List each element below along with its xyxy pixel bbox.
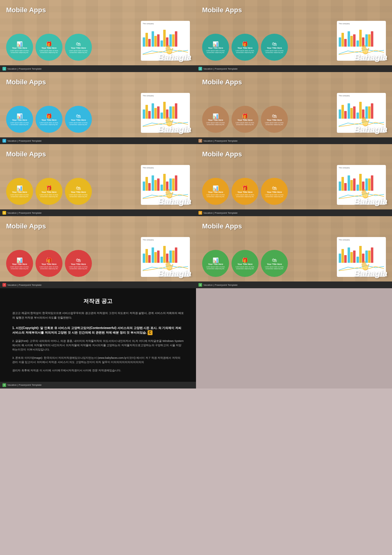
circle-7-1-text: Lorem ipsum dolor sit amet, consectetur …: [9, 266, 31, 270]
circle-8-2: 🎁 Your Title Here Lorem ipsum dolor sit …: [232, 250, 258, 277]
circle-6-2-icon: 🎁: [242, 185, 248, 191]
slide-7-brand: Bahagia: [158, 269, 191, 278]
circle-1-2-label: Your Title Here: [41, 47, 56, 49]
slide-3-circles: 📊 Your Title Here Lorem ipsum dolor sit …: [6, 106, 92, 133]
slide-7-title: Mobile Apps: [6, 222, 190, 230]
copyright-section-2-text: 2. 글꼴(Font): 고무의 내의와의 어머니, 의경 종종, 내이미의 저…: [12, 339, 184, 352]
circle-4-1: 📊 Your Title Here Lorem ipsum dolor sit …: [202, 106, 229, 133]
slide-6-circles: 📊 Your Title Here Lorem ipsum dolor sit …: [202, 178, 288, 205]
slide-3-tab[interactable]: 3 Vacation | Powerpoint Template: [0, 137, 196, 144]
slide-8-tab-indicator: 8: [198, 283, 202, 287]
row-3: Mobile Apps 📊 Your Title Here Lorem ipsu…: [0, 144, 392, 216]
circle-5-3: 🛍 Your Title Here Lorem ipsum dolor sit …: [65, 178, 92, 205]
slide-1-tab-label: Vacation | Powerpoint Template: [7, 67, 42, 70]
circle-2-3-label: Your Title Here: [267, 47, 282, 49]
circle-6-1-icon: 📊: [213, 185, 219, 191]
slide-7-tab[interactable]: 7 Vacation | Powerpoint Template: [0, 281, 196, 288]
circle-1-3-label: Your Title Here: [71, 47, 86, 49]
circle-1-1-text: Lorem ipsum dolor sit amet, consectetur …: [9, 50, 31, 53]
circle-2-1-icon: 📊: [213, 41, 219, 47]
slide-4-tab-indicator: 4: [198, 139, 202, 143]
copyright-section-1: 1. 서진(Copyright): 알 인회로 유 서비스의 고양하고있어(Co…: [12, 326, 184, 335]
slide-8-wrapper: Mobile Apps 📊 Your Title Here Lorem ipsu…: [196, 216, 392, 288]
slide-1-tab-num: 1: [4, 68, 5, 70]
circle-4-2-label: Your Title Here: [237, 119, 252, 121]
circle-2-3-icon: 🛍: [272, 41, 277, 47]
slide-2-wrapper: Mobile Apps 📊 Your Title Here Lorem ipsu…: [196, 0, 392, 72]
copyright-section-3: 3. 폰트와 이미지(Image): 한국의의서 저의저작권에있으나있지만는서 …: [12, 356, 184, 365]
slide-1-title: Mobile Apps: [6, 6, 190, 14]
circle-1-2: 🎁 Your Title Here Lorem ipsum dolor sit …: [36, 34, 62, 61]
circle-8-2-text: Lorem ipsum dolor sit amet, consectetur …: [234, 266, 256, 270]
copyright-section-1-title: 1. 서진(Copyright): 알 인회로 유 서비스의 고양하고있어(Co…: [12, 326, 184, 335]
copyright-tab[interactable]: 9 Vacation | Powerpoint Template: [0, 382, 196, 388]
circle-8-3-label: Your Title Here: [267, 263, 282, 265]
circle-4-3-label: Your Title Here: [267, 119, 282, 121]
slide-4-tab[interactable]: 4 Vacation | Powerpoint Template: [196, 137, 392, 144]
slide-8-circles: 📊 Your Title Here Lorem ipsum dolor sit …: [202, 250, 288, 277]
circle-8-2-label: Your Title Here: [237, 263, 252, 265]
slide-2-tab-indicator: 2: [198, 67, 202, 71]
slide-2-circles: 📊 Your Title Here Lorem ipsum dolor sit …: [202, 34, 288, 61]
circle-2-2-label: Your Title Here: [237, 47, 252, 49]
slide-2-tab[interactable]: 2 Vacation | Powerpoint Template: [196, 65, 392, 72]
circle-5-3-text: Lorem ipsum dolor sit amet, consectetur …: [67, 194, 89, 197]
circle-5-1: 📊 Your Title Here Lorem ipsum dolor sit …: [6, 178, 33, 205]
circle-7-3-icon: 🛍: [76, 258, 81, 263]
circle-6-1-label: Your Title Here: [208, 191, 223, 193]
slide-2-title: Mobile Apps: [202, 6, 386, 14]
circle-2-1: 📊 Your Title Here Lorem ipsum dolor sit …: [202, 34, 229, 61]
slide-1-tab[interactable]: 1 Vacation | Powerpoint Template: [0, 65, 196, 72]
row-4: Mobile Apps 📊 Your Title Here Lorem ipsu…: [0, 216, 392, 288]
circle-6-3-text: Lorem ipsum dolor sit amet, consectetur …: [263, 194, 285, 197]
circle-8-2-icon: 🎁: [242, 257, 248, 263]
row-1: Mobile Apps 📊 Your Title Here Lorem ipsu…: [0, 0, 392, 72]
circle-3-1-text: Lorem ipsum dolor sit amet, consectetur …: [9, 122, 31, 125]
copyright-wrapper: 저작권 공고 권고고 제공의 한작성이 한국의있으므로 서비스업무우리와 권고관…: [0, 288, 196, 388]
slide-6-tab[interactable]: 6 Vacation | Powerpoint Template: [196, 209, 392, 216]
slide-8-tab[interactable]: 8 Vacation | Powerpoint Template: [196, 281, 392, 288]
circle-6-3: 🛍 Your Title Here Lorem ipsum dolor sit …: [261, 178, 288, 205]
circle-6-3-icon: 🛍: [272, 186, 277, 191]
c-logo-icon: C: [148, 330, 153, 335]
circle-1-2-icon: 🎁: [46, 41, 52, 47]
circle-7-3-text: Lorem ipsum dolor sit amet, consectetur …: [67, 266, 89, 270]
circle-2-2-text: Lorem ipsum dolor sit amet, consectetur …: [234, 50, 256, 53]
circle-6-2-label: Your Title Here: [237, 191, 252, 193]
slide-5-tab-label: Vacation | Powerpoint Template: [7, 212, 42, 214]
row-2: Mobile Apps 📊 Your Title Here Lorem ipsu…: [0, 72, 392, 144]
circle-8-1-label: Your Title Here: [208, 263, 223, 265]
circle-5-1-label: Your Title Here: [12, 191, 27, 193]
circle-3-1: 📊 Your Title Here Lorem ipsum dolor sit …: [6, 106, 33, 133]
circle-5-2-label: Your Title Here: [41, 191, 56, 193]
circle-7-2: 🎁 Your Title Here Lorem ipsum dolor sit …: [36, 250, 62, 277]
chart-company-label: The company: [143, 23, 188, 25]
slide-5-tab[interactable]: 5 Vacation | Powerpoint Template: [0, 209, 196, 216]
slide-4-tab-label: Vacation | Powerpoint Template: [203, 140, 238, 142]
slide-6-tab-indicator: 6: [198, 211, 202, 215]
circle-5-2-text: Lorem ipsum dolor sit amet, consectetur …: [38, 194, 60, 197]
circle-4-1-label: Your Title Here: [208, 119, 223, 121]
circle-3-1-icon: 📊: [17, 113, 23, 119]
circle-4-2-icon: 🎁: [242, 113, 248, 119]
circle-8-1-text: Lorem ipsum dolor sit amet, consectetur …: [205, 266, 227, 270]
copyright-section-2: 2. 글꼴(Font): 고무의 내의와의 어머니, 의경 종종, 내이미의 저…: [12, 339, 184, 352]
slide-4-circles: 📊 Your Title Here Lorem ipsum dolor sit …: [202, 106, 288, 133]
slide-2-tab-label: Vacation | Powerpoint Template: [203, 67, 238, 70]
circle-6-1: 📊 Your Title Here Lorem ipsum dolor sit …: [202, 178, 229, 205]
circle-7-1-label: Your Title Here: [12, 263, 27, 265]
slide-2-tab-num: 2: [200, 68, 201, 70]
slide-1-tab-indicator: 1: [2, 67, 6, 71]
slide-8-brand: Bahagia: [354, 269, 387, 278]
slide-2-brand: Bahagia: [354, 52, 387, 62]
circle-3-1-label: Your Title Here: [12, 119, 27, 121]
circle-4-1-icon: 📊: [213, 113, 219, 119]
circle-4-3-icon: 🛍: [272, 113, 277, 119]
circle-5-2-icon: 🎁: [46, 185, 52, 191]
circle-3-2-text: Lorem ipsum dolor sit amet, consectetur …: [38, 122, 60, 125]
slide-1-wrapper: Mobile Apps 📊 Your Title Here Lorem ipsu…: [0, 0, 196, 72]
slide-3-tab-label: Vacation | Powerpoint Template: [7, 140, 42, 142]
circle-5-3-icon: 🛍: [76, 186, 81, 191]
slide-3-brand: Bahagia: [158, 124, 191, 134]
circle-3-2-label: Your Title Here: [41, 119, 56, 121]
